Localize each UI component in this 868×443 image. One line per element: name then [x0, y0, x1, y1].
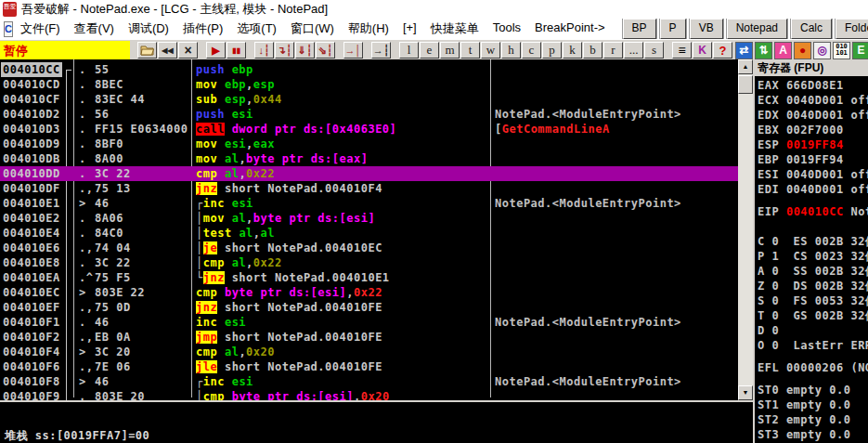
disasm-row[interactable]: 004010E8.3C 22│cmp al,0x22 [0, 255, 738, 270]
register-row[interactable]: ST1 empty 0.0 [758, 397, 868, 412]
execute-till-return-button[interactable]: →│ [343, 42, 363, 59]
quick-button-vb[interactable]: VB [690, 19, 723, 39]
register-row[interactable]: D 0 [758, 323, 868, 338]
menu-item-0[interactable]: 文件(F) [20, 20, 60, 37]
menu-item-6[interactable]: 帮助(H) [348, 20, 389, 37]
disasm-scrollbar[interactable]: ▲ ▼ [738, 59, 753, 400]
window-button-w[interactable]: w [481, 42, 500, 59]
disasm-row[interactable]: 004010E1>46┌inc esiNotePad.<ModuleEntryP… [0, 196, 738, 211]
register-row[interactable]: EDX 0040D001 off [758, 108, 868, 123]
scroll-up-button[interactable]: ▲ [738, 59, 753, 74]
register-row[interactable]: EAX 666D08E1 [758, 78, 868, 93]
register-row[interactable]: ECX 0040D001 off [758, 93, 868, 108]
step-over-button[interactable]: ↴┆ [275, 42, 294, 59]
register-row[interactable]: EBX 002F7000 [758, 123, 868, 137]
open-file-button[interactable] [137, 42, 157, 59]
help-button[interactable]: ? [713, 42, 732, 59]
disasm-row[interactable]: 004010F9.803E 20│cmp byte ptr ds:[esi],0… [0, 389, 738, 400]
register-row[interactable]: ST0 empty 0.0 [758, 383, 868, 397]
disasm-row[interactable]: 004010E6.,74 04│je short NotePad.004010E… [0, 241, 738, 255]
menu-item-8[interactable]: 快捷菜单 [431, 20, 479, 37]
window-button-c[interactable]: c [522, 42, 541, 59]
run-button[interactable]: ▶ [206, 42, 226, 59]
disasm-row[interactable]: 004010CC.55push ebp [0, 62, 738, 77]
binary-icon[interactable]: 010101 [833, 42, 850, 59]
disasm-row[interactable]: 004010F8>46┌inc esiNotePad.<ModuleEntryP… [0, 374, 738, 389]
register-row[interactable]: Z 0 DS 002B 32位 [758, 279, 868, 293]
disasm-row[interactable]: 004010E2.8A06│mov al,byte ptr ds:[esi] [0, 211, 738, 226]
assemble-icon[interactable]: A [774, 42, 792, 59]
goto-button[interactable]: →┆ [371, 42, 391, 59]
disasm-row[interactable]: 004010EA.^75 F5└jnz short NotePad.004010… [0, 270, 738, 285]
register-row[interactable]: A 0 SS 002B 32位 [758, 264, 868, 279]
quick-button-calc[interactable]: Calc [791, 19, 832, 39]
disasm-row[interactable]: 004010DF.,75 13jnz short NotePad.004010F… [0, 181, 738, 196]
register-row[interactable]: ST3 empty 0.0 [758, 427, 868, 442]
disasm-row[interactable]: 004010CD.8BECmov ebp,esp [0, 77, 738, 92]
window-button-r[interactable]: r [603, 42, 623, 59]
register-row[interactable]: C 0 ES 002B 32位 [758, 234, 868, 249]
window-button-s[interactable]: s [644, 42, 664, 59]
close-program-button[interactable]: × [178, 42, 198, 59]
trace-over-button[interactable]: ⇘┆ [316, 42, 335, 59]
register-row[interactable]: S 0 FS 0053 32位 [758, 293, 868, 308]
window-button-t[interactable]: t [460, 42, 480, 59]
menu-item-4[interactable]: 选项(T) [237, 20, 277, 37]
disasm-row[interactable]: 004010F1.46inc esiNotePad.<ModuleEntryPo… [0, 315, 738, 330]
register-row[interactable]: P 1 CS 0023 32位 [758, 249, 868, 264]
disasm-row[interactable]: 004010EC>803E 22cmp byte ptr ds:[esi],0x… [0, 285, 738, 300]
disasm-row[interactable]: 004010D3.FF15 E0634000call dword ptr ds:… [0, 122, 738, 137]
window-button-p[interactable]: p [542, 42, 562, 59]
scroll-down-button[interactable]: ▼ [738, 385, 753, 400]
window-button-dotdotdot[interactable]: ... [624, 42, 643, 59]
k-window-button[interactable]: K [693, 42, 712, 59]
disasm-row[interactable]: 004010EF.,75 0Djnz short NotePad.004010F… [0, 300, 738, 315]
disasm-row[interactable]: 004010DB.8A00mov al,byte ptr ds:[eax] [0, 151, 738, 166]
window-button-m[interactable]: m [440, 42, 460, 59]
window-button-k[interactable]: k [563, 42, 582, 59]
register-row[interactable]: ESI 0040D001 off [758, 167, 868, 182]
disasm-row[interactable]: 004010F4>3C 20cmp al,0x20 [0, 345, 738, 359]
restart-button[interactable]: ◀◀ [158, 42, 177, 59]
register-row[interactable]: EFL 00000206 (NO [758, 360, 868, 375]
menu-item-10[interactable]: BreakPoint-> [535, 20, 605, 37]
register-row[interactable]: T 0 GS 002B 32位 [758, 308, 868, 323]
register-row[interactable]: EDI 0040D001 off [758, 182, 868, 197]
window-button-h[interactable]: h [501, 42, 521, 59]
window-button-e[interactable]: e [420, 42, 439, 59]
quick-button-folder[interactable]: Folder [836, 19, 868, 39]
disasm-row[interactable]: 004010D9.8BF0mov esi,eax [0, 137, 738, 151]
quick-button-bp[interactable]: BP [623, 19, 656, 39]
menu-item-1[interactable]: 查看(V) [74, 20, 114, 37]
disasm-row[interactable]: 004010D2.56push esiNotePad.<ModuleEntryP… [0, 107, 738, 122]
windows-list-button[interactable]: ≡ [672, 42, 692, 59]
target-icon[interactable]: ◎ [813, 42, 831, 59]
menu-item-5[interactable]: 窗口(W) [291, 20, 334, 37]
updown-icon[interactable]: ⇅ [755, 42, 772, 59]
plugin-icon[interactable]: E [852, 42, 868, 59]
register-row[interactable]: EBP 0019FF94 [758, 152, 868, 167]
swap-icon[interactable]: ⇄ [735, 42, 753, 59]
cpu-window-icon[interactable]: C [4, 21, 13, 37]
disassembly-pane[interactable]: 004010CC.55push ebp004010CD.8BECmov ebp,… [0, 59, 738, 400]
disasm-row[interactable]: 004010F6.,7E 06jle short NotePad.004010F… [0, 359, 738, 374]
quick-button-notepad[interactable]: Notepad [727, 19, 787, 39]
trace-into-button[interactable]: ⇓┆ [295, 42, 315, 59]
step-into-button[interactable]: ↓┆ [254, 42, 274, 59]
disasm-row[interactable]: 004010DD.3C 22cmp al,0x22 [0, 166, 738, 181]
quick-button-p[interactable]: P [660, 19, 686, 39]
menu-item-2[interactable]: 调试(D) [128, 20, 169, 37]
disasm-row[interactable]: 004010CF.83EC 44sub esp,0x44 [0, 92, 738, 107]
register-row[interactable]: ESP 0019FF84 [758, 137, 868, 152]
register-row[interactable]: ST2 empty 0.0 [758, 412, 868, 427]
scrollbar-thumb[interactable] [738, 75, 753, 94]
pause-button[interactable]: ▮▮ [227, 42, 246, 59]
menu-item-9[interactable]: Tools [493, 20, 521, 37]
menu-item-3[interactable]: 插件(P) [183, 20, 223, 37]
record-icon[interactable]: ● [794, 42, 811, 59]
disasm-row[interactable]: 004010F2.,EB 0Ajmp short NotePad.004010F… [0, 330, 738, 345]
disasm-row[interactable]: 004010E4.84C0│test al,al [0, 226, 738, 241]
register-row[interactable]: O 0 LastErr ERR [758, 338, 868, 353]
window-button-l[interactable]: l [399, 42, 419, 59]
window-button-b[interactable]: b [583, 42, 602, 59]
